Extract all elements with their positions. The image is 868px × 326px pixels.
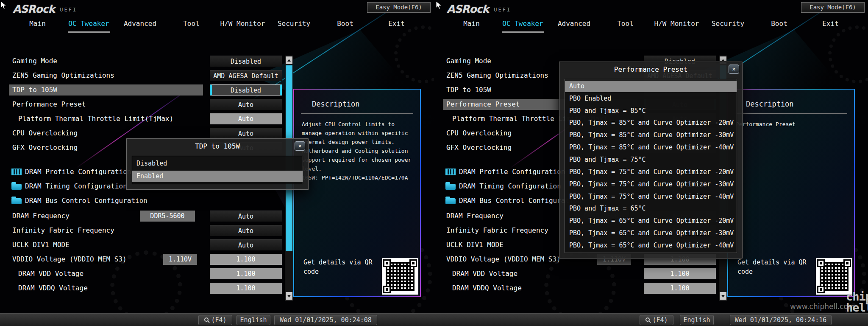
popup-option[interactable]: PBO, Tjmax = 75°C and Curve Optimizer -2… — [565, 166, 737, 178]
qr-finder-icon — [383, 286, 391, 293]
menu-tab[interactable]: OC Tweaker — [63, 17, 114, 30]
brand-name: ASRock — [13, 3, 55, 15]
popup-title: Performance Preset — [559, 62, 742, 77]
popup-option[interactable]: PBO, Tjmax = 85°C and Curve Optimizer -2… — [565, 117, 737, 129]
setting-label[interactable]: Gaming Mode — [9, 56, 203, 67]
popup-option[interactable]: PBO, Tjmax = 85°C and Curve Optimizer -4… — [565, 142, 737, 153]
setting-value-button[interactable]: Auto — [210, 239, 282, 250]
close-icon[interactable]: ✕ — [729, 65, 739, 74]
popup-option[interactable]: PBO, Tjmax = 75°C and Curve Optimizer -4… — [565, 191, 737, 202]
menu-tab[interactable]: Tool — [166, 17, 217, 30]
setting-value-button[interactable]: Auto — [210, 113, 282, 124]
popup-option[interactable]: PBO, Tjmax = 85°C and Curve Optimizer -3… — [565, 129, 737, 141]
setting-label-text: Infinity Fabric Frequency — [12, 226, 114, 234]
popup-option[interactable]: PBO, Tjmax = 65°C and Curve Optimizer -2… — [565, 215, 737, 227]
setting-value-button[interactable]: 1.100 — [644, 283, 716, 294]
setting-label[interactable]: Infinity Fabric Frequency — [9, 225, 203, 236]
setting-value-button[interactable]: 1.100 — [210, 268, 282, 279]
setting-label[interactable]: CPU Overclocking — [9, 128, 203, 139]
search-button[interactable]: (F4) — [640, 315, 673, 325]
language-button[interactable]: English — [236, 315, 270, 325]
qr-caption: Get details via QR code — [303, 258, 378, 276]
setting-label-text: Platform Thermal Throttle Limit(TjMax) — [18, 115, 173, 123]
setting-value-button[interactable]: 1.100 — [210, 283, 282, 294]
popup-option[interactable]: PBO and Tjmax = 65°C — [565, 203, 737, 214]
setting-label[interactable]: DRAM Bus Control Configuration — [9, 195, 203, 206]
search-hotkey: (F4) — [652, 316, 668, 324]
language-button[interactable]: English — [680, 315, 714, 325]
setting-value-button[interactable]: Disabled — [210, 84, 282, 96]
bios-panel-left: ASRock UEFI Easy Mode(F6) MainOC Tweaker… — [0, 0, 434, 326]
setting-value-button[interactable]: Disabled — [210, 56, 282, 67]
setting-label[interactable]: ZEN5 Gaming Optimizations — [9, 70, 203, 81]
setting-value-button[interactable]: Auto — [210, 128, 282, 139]
brand-name: ASRock — [447, 3, 489, 15]
popup-title: TDP to 105W — [127, 139, 308, 154]
setting-label-text: UCLK DIV1 MODE — [12, 241, 70, 249]
menu-tab[interactable]: Main — [12, 17, 63, 30]
setting-label[interactable]: TDP to 105W — [9, 84, 203, 96]
setting-label-text: CPU Overclocking — [446, 129, 512, 137]
menu-tab[interactable]: Tool — [600, 17, 651, 30]
setting-label[interactable]: DRAM VDD Voltage — [443, 268, 637, 279]
search-button[interactable]: (F4) — [198, 315, 232, 325]
menu-tab[interactable]: Security — [268, 17, 320, 30]
setting-label-text: CPU Overclocking — [12, 129, 78, 137]
description-panel: Description Adjust CPU Control limits to… — [293, 89, 421, 297]
menu-tab[interactable]: Advanced — [114, 17, 166, 30]
menu-tab[interactable]: Boot — [754, 17, 805, 30]
setting-label[interactable]: Platform Thermal Throttle Limit(TjMax) — [9, 113, 203, 124]
description-text: Adjust CPU Control limits to manage oper… — [302, 120, 412, 182]
scroll-down-icon[interactable] — [720, 292, 726, 300]
menu-tab[interactable]: Main — [446, 17, 497, 30]
close-icon[interactable]: ✕ — [295, 141, 305, 151]
uefi-label: UEFI — [60, 5, 77, 13]
setting-label[interactable]: DRAM VDDQ Voltage — [443, 283, 637, 294]
popup-option[interactable]: PBO, Tjmax = 65°C and Curve Optimizer -3… — [565, 228, 737, 239]
menu-tab[interactable]: Security — [702, 17, 754, 30]
popup-option[interactable]: Auto — [565, 81, 737, 92]
menu-tab[interactable]: Advanced — [548, 17, 600, 30]
setting-label-text: ZEN5 Gaming Optimizations — [446, 71, 548, 79]
popup-option[interactable]: PBO, Tjmax = 75°C and Curve Optimizer -3… — [565, 179, 737, 190]
scroll-up-icon[interactable] — [286, 56, 292, 64]
menu-tab[interactable]: Exit — [805, 17, 856, 30]
popup-option[interactable]: PBO and Tjmax = 85°C — [565, 105, 737, 117]
setting-label-text: Infinity Fabric Frequency — [446, 226, 548, 234]
setting-label[interactable]: Performance Preset — [9, 99, 203, 110]
setting-value-button[interactable]: 1.100 — [210, 254, 282, 265]
popup-option[interactable]: PBO Enabled — [565, 93, 737, 104]
asrock-logo: ASRock UEFI — [13, 3, 77, 15]
popup-tdp-to-105w: TDP to 105W ✕ DisabledEnabled — [126, 138, 309, 190]
setting-value-button[interactable]: 1.100 — [644, 268, 716, 279]
setting-label[interactable]: DRAM VDD Voltage — [9, 268, 203, 279]
easy-mode-button[interactable]: Easy Mode(F6) — [367, 2, 431, 13]
easy-mode-button[interactable]: Easy Mode(F6) — [801, 2, 865, 13]
popup-option[interactable]: PBO and Tjmax = 75°C — [565, 154, 737, 166]
menu-tab[interactable]: Boot — [320, 17, 371, 30]
popup-option[interactable]: PBO, Tjmax = 65°C and Curve Optimizer -4… — [565, 240, 737, 251]
dual-bios-screenshot: ASRock UEFI Easy Mode(F6) MainOC Tweaker… — [0, 0, 868, 326]
menu-tab[interactable]: Exit — [371, 17, 422, 30]
popup-option[interactable]: Enabled — [132, 171, 303, 182]
qr-code — [383, 259, 417, 293]
qr-finder-icon — [383, 259, 391, 267]
menu-tab[interactable]: H/W Monitor — [651, 17, 702, 30]
search-icon — [645, 317, 651, 323]
setting-label-text: DRAM Timing Configuration — [459, 182, 561, 190]
popup-option[interactable]: Disabled — [132, 158, 303, 169]
setting-value-button[interactable]: Auto — [210, 211, 282, 222]
menu-tab[interactable]: OC Tweaker — [497, 17, 548, 30]
menu-tab[interactable]: H/W Monitor — [217, 17, 268, 30]
setting-value-button[interactable]: AMD AGESA Default — [210, 70, 282, 81]
setting-label[interactable]: UCLK DIV1 MODE — [9, 239, 203, 250]
setting-mid-value: DDR5-5600 — [140, 211, 195, 222]
setting-value-button[interactable]: Auto — [210, 99, 282, 110]
qr-finder-icon — [409, 259, 417, 267]
popup-performance-preset: Performance Preset ✕ AutoPBO EnabledPBO … — [559, 62, 743, 259]
setting-label[interactable]: DRAM VDDQ Voltage — [9, 283, 203, 294]
search-icon — [204, 317, 210, 323]
setting-value-button[interactable]: Auto — [210, 225, 282, 236]
scroll-down-icon[interactable] — [286, 292, 292, 300]
description-title: Description — [312, 100, 420, 108]
